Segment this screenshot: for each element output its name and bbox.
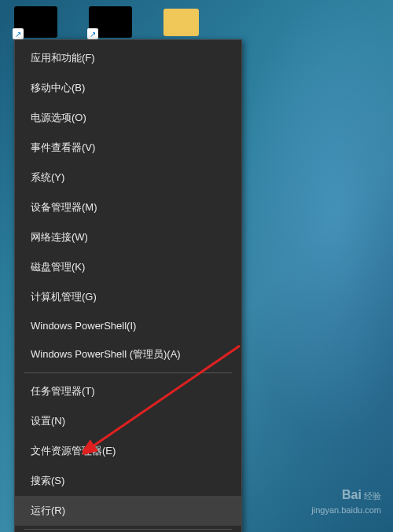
menu-item-search[interactable]: 搜索(S) — [15, 466, 241, 496]
menu-item-mobility-center[interactable]: 移动中心(B) — [15, 73, 241, 103]
menu-item-apps-features[interactable]: 应用和功能(F) — [15, 43, 241, 73]
menu-item-task-manager[interactable]: 任务管理器(T) — [15, 376, 241, 406]
menu-item-device-manager[interactable]: 设备管理器(M) — [15, 193, 241, 222]
desktop-icon-folder[interactable] — [163, 9, 199, 36]
menu-item-network-connections[interactable]: 网络连接(W) — [15, 222, 241, 252]
menu-item-power-options[interactable]: 电源选项(O) — [15, 103, 241, 133]
menu-item-run[interactable]: 运行(R) — [15, 496, 241, 526]
desktop-icons-row: ↗ ↗ — [14, 6, 199, 38]
menu-item-event-viewer[interactable]: 事件查看器(V) — [15, 133, 241, 163]
menu-divider — [24, 529, 232, 530]
menu-item-disk-management[interactable]: 磁盘管理(K) — [15, 252, 241, 282]
menu-divider — [24, 372, 232, 373]
menu-item-file-explorer[interactable]: 文件资源管理器(E) — [15, 436, 241, 466]
menu-item-powershell-admin[interactable]: Windows PowerShell (管理员)(A) — [15, 339, 241, 369]
shortcut-badge-icon: ↗ — [87, 28, 98, 39]
menu-item-system[interactable]: 系统(Y) — [15, 163, 241, 193]
desktop-icon-2[interactable]: ↗ — [89, 6, 132, 38]
watermark: Bai 经验 jingyan.baidu.com — [311, 486, 381, 516]
menu-item-settings[interactable]: 设置(N) — [15, 406, 241, 436]
shortcut-badge-icon: ↗ — [13, 28, 24, 39]
desktop-icon-1[interactable]: ↗ — [14, 6, 57, 38]
menu-item-powershell[interactable]: Windows PowerShell(I) — [15, 312, 241, 339]
watermark-brand: 经验 — [364, 491, 381, 501]
menu-item-computer-management[interactable]: 计算机管理(G) — [15, 282, 241, 312]
watermark-url: jingyan.baidu.com — [311, 504, 381, 516]
winx-context-menu: 应用和功能(F) 移动中心(B) 电源选项(O) 事件查看器(V) 系统(Y) … — [14, 39, 242, 532]
watermark-logo: Bai — [342, 488, 362, 501]
